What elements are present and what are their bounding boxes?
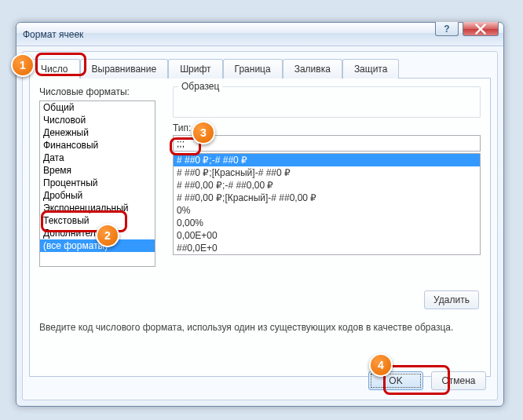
list-item[interactable]: Дробный <box>40 189 155 202</box>
close-button[interactable] <box>463 22 499 36</box>
type-label: Тип: <box>173 122 481 133</box>
list-item[interactable]: 0,00E+00 <box>174 229 480 242</box>
tab-alignment[interactable]: Выравнивание <box>80 59 169 79</box>
list-item[interactable]: Время <box>40 164 155 177</box>
list-item[interactable]: # ##0 ₽;[Красный]-# ##0 ₽ <box>174 166 480 179</box>
delete-button[interactable]: Удалить <box>424 290 479 309</box>
tab-protection[interactable]: Защита <box>342 59 400 79</box>
close-icon <box>475 24 486 35</box>
help-button[interactable]: ? <box>435 22 459 36</box>
type-listbox[interactable]: # ##0 ₽;-# ##0 ₽ # ##0 ₽;[Красный]-# ##0… <box>173 153 481 255</box>
list-item[interactable]: Процентный <box>40 177 155 189</box>
tab-fill[interactable]: Заливка <box>283 59 342 79</box>
annotation-badge-4: 4 <box>369 353 393 377</box>
list-item[interactable]: 0% <box>174 204 480 217</box>
list-item[interactable]: Экспоненциальный <box>40 202 155 214</box>
list-item[interactable]: 0,00% <box>174 217 480 229</box>
list-item[interactable]: Текстовый <box>40 214 155 227</box>
list-item[interactable]: ##0,0E+0 <box>174 242 480 254</box>
tabbar: Число Выравнивание Шрифт Граница Заливка… <box>29 58 491 79</box>
sample-label: Образец <box>178 81 222 92</box>
list-item[interactable]: Денежный <box>40 126 155 139</box>
annotation-badge-2: 2 <box>96 224 119 247</box>
list-item[interactable]: Числовой <box>40 114 155 126</box>
list-item[interactable]: Дата <box>40 152 155 164</box>
list-item[interactable]: # ##0 ₽;-# ##0 ₽ <box>174 154 480 166</box>
list-item[interactable]: #" "?/? <box>174 254 480 255</box>
list-item[interactable]: # ##0,00 ₽;[Красный]-# ##0,00 ₽ <box>174 192 480 204</box>
list-item[interactable]: Финансовый <box>40 139 155 152</box>
tab-number[interactable]: Число <box>29 59 80 79</box>
dialog-title: Формат ячеек <box>23 29 83 40</box>
list-item[interactable]: Общий <box>40 101 155 114</box>
cancel-button[interactable]: Отмена <box>431 371 486 390</box>
annotation-badge-3: 3 <box>192 121 215 144</box>
sample-group: Образец <box>173 86 481 118</box>
list-item[interactable]: # ##0,00 ₽;-# ##0,00 ₽ <box>174 179 480 192</box>
client-area: Число Выравнивание Шрифт Граница Заливка… <box>22 51 498 400</box>
help-icon: ? <box>444 24 449 35</box>
hint-text: Введите код числового формата, используя… <box>39 322 453 333</box>
number-formats-label: Числовые форматы: <box>39 86 169 97</box>
titlebar[interactable]: Формат ячеек ? <box>16 23 503 46</box>
tab-font[interactable]: Шрифт <box>168 59 222 79</box>
type-input[interactable] <box>173 135 481 152</box>
format-cells-dialog: Формат ячеек ? Число Выравнивание Шрифт … <box>16 22 504 407</box>
tab-border[interactable]: Граница <box>223 59 283 79</box>
annotation-badge-1: 1 <box>11 53 35 77</box>
